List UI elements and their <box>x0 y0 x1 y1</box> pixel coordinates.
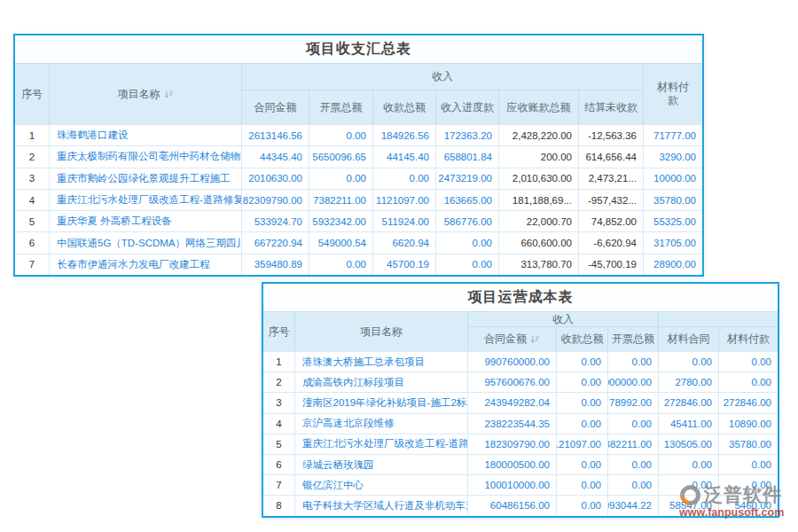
cell-material-contract[interactable]: 0.00 <box>658 455 718 474</box>
cell-settled-unpaid: 74,852.00 <box>578 211 643 231</box>
cell-receipt-total[interactable]: 0.00 <box>556 475 607 495</box>
cell-invoice-total[interactable]: 0.00 <box>607 455 658 474</box>
cell-material-contract[interactable]: 130505.00 <box>658 434 718 454</box>
cell-receipt-total[interactable]: 184926.56 <box>372 125 435 145</box>
project-name-link[interactable]: 成渝高铁内江标段项目 <box>294 372 467 392</box>
cell-receipt-total[interactable]: 0.00 <box>556 352 607 372</box>
project-name-link[interactable]: 港珠澳大桥施工总承包项目 <box>294 352 467 372</box>
project-name-link[interactable]: 潼南区2019年绿化补贴项目-施工2标段 <box>294 393 467 412</box>
cell-contract-amount[interactable]: 2613146.56 <box>241 125 309 145</box>
sort-icon[interactable] <box>164 90 174 99</box>
cell-contract-amount[interactable]: 238223544.35 <box>467 414 556 434</box>
cell-material-payment[interactable]: 35780.00 <box>643 190 702 210</box>
column-header-contract-amount[interactable]: 合同金额 <box>467 327 556 351</box>
cell-material-contract[interactable]: 272846.00 <box>658 393 718 412</box>
cell-index: 1 <box>263 352 294 372</box>
cell-contract-amount[interactable]: 100010000.00 <box>467 475 556 495</box>
cell-income-progress[interactable]: 586776.00 <box>435 211 498 231</box>
project-name-link[interactable]: 长春市伊通河水力发电厂改建工程 <box>49 254 241 275</box>
cell-receipt-total[interactable]: 511924.00 <box>372 211 435 231</box>
cell-invoice-total[interactable]: 2093044.22 <box>607 496 658 515</box>
cell-contract-amount[interactable]: 182309790.00 <box>241 190 309 210</box>
cell-material-contract[interactable]: 0.00 <box>658 352 718 372</box>
cell-receipt-total[interactable]: 1121097.00 <box>372 190 435 210</box>
cell-material-payment[interactable]: 0.00 <box>718 352 778 372</box>
cell-contract-amount[interactable]: 667220.94 <box>241 232 309 253</box>
cell-index: 3 <box>263 393 294 412</box>
cell-invoice-total[interactable]: 0.00 <box>607 414 658 434</box>
cell-income-progress[interactable]: 172363.20 <box>435 125 498 145</box>
cell-material-payment[interactable]: 5460.00 <box>718 496 778 515</box>
project-name-link[interactable]: 重庆华夏 外高桥工程设备 <box>49 211 241 231</box>
cell-invoice-total[interactable]: 0.00 <box>309 125 372 145</box>
column-header-income-progress: 收入进度款 <box>435 90 498 124</box>
cell-contract-amount[interactable]: 990760000.00 <box>467 352 556 372</box>
cell-material-payment[interactable]: 71777.00 <box>643 125 702 145</box>
cell-material-contract[interactable]: 45411.00 <box>658 414 718 434</box>
cell-material-payment[interactable]: 10000.00 <box>643 168 702 189</box>
project-name-link[interactable]: 珠海鹤港口建设 <box>49 125 241 145</box>
cell-invoice-total[interactable]: 7382211.00 <box>309 190 372 210</box>
cell-receipt-total[interactable]: 45700.19 <box>372 254 435 275</box>
project-name-link[interactable]: 银亿滨江中心 <box>294 475 467 495</box>
cell-material-payment[interactable]: 0.00 <box>718 455 778 474</box>
cell-material-payment[interactable]: 10890.00 <box>718 414 778 434</box>
cell-invoice-total[interactable]: 7382211.00 <box>607 434 658 454</box>
project-name-link[interactable]: 电子科技大学区域人行道及非机动车道工程 <box>294 496 467 515</box>
column-header-project-name[interactable]: 项目名称 <box>49 64 241 124</box>
cell-material-contract[interactable]: 58547.00 <box>658 496 718 515</box>
cell-material-contract[interactable]: 2780.00 <box>658 372 718 392</box>
cell-invoice-total[interactable]: 0.00 <box>607 475 658 495</box>
project-name-link[interactable]: 重庆太极制药有限公司亳州中药材仓储物流园 <box>49 146 241 167</box>
cell-contract-amount[interactable]: 60486156.00 <box>467 496 556 515</box>
cell-receipt-total[interactable]: 0.00 <box>556 372 607 392</box>
cell-material-payment[interactable]: 35780.00 <box>718 434 778 454</box>
cell-income-progress[interactable]: 163665.00 <box>435 190 498 210</box>
cell-contract-amount[interactable]: 2010630.00 <box>241 168 309 189</box>
cell-receipt-total[interactable]: 6620.94 <box>372 232 435 253</box>
cell-receipt-total[interactable]: 0.00 <box>556 393 607 412</box>
cell-receipt-total[interactable]: 0.00 <box>556 414 607 434</box>
cell-receipt-total[interactable]: 0.00 <box>556 496 607 515</box>
cell-invoice-total[interactable]: 78992.00 <box>607 393 658 412</box>
cell-invoice-total[interactable]: 5932342.00 <box>309 211 372 231</box>
cell-index: 5 <box>15 211 49 231</box>
cell-receipt-total[interactable]: 44145.40 <box>372 146 435 167</box>
cell-material-payment[interactable]: 272846.00 <box>718 393 778 412</box>
project-name-link[interactable]: 重庆市鹅岭公园绿化景观提升工程施工 <box>49 168 241 189</box>
cell-invoice-total[interactable]: 5650096.65 <box>309 146 372 167</box>
cell-material-contract[interactable]: 0.00 <box>658 475 718 495</box>
project-name-link[interactable]: 绿城云栖玫瑰园 <box>294 455 467 474</box>
project-name-link[interactable]: 中国联通5G（TD-SCDMA）网络三期四川工程 <box>49 232 241 253</box>
cell-income-progress[interactable]: 0.00 <box>435 232 498 253</box>
cell-invoice-total[interactable]: 0.00 <box>607 352 658 372</box>
project-name-link[interactable]: 重庆江北污水处理厂级改造工程-道路修复工程 <box>294 434 467 454</box>
column-group-header-income: 收入 <box>241 64 643 90</box>
cell-income-progress[interactable]: 2473219.00 <box>435 168 498 189</box>
cell-income-progress[interactable]: 658801.84 <box>435 146 498 167</box>
cell-material-payment[interactable]: 0.00 <box>718 372 778 392</box>
cell-contract-amount[interactable]: 359480.89 <box>241 254 309 275</box>
cell-invoice-total[interactable]: 0.00 <box>309 168 372 189</box>
cell-contract-amount[interactable]: 243949282.04 <box>467 393 556 412</box>
project-name-link[interactable]: 重庆江北污水处理厂级改造工程-道路修复工程 <box>49 190 241 210</box>
cell-contract-amount[interactable]: 533924.70 <box>241 211 309 231</box>
cell-material-payment[interactable]: 31705.00 <box>643 232 702 253</box>
cell-receipt-total[interactable]: 0.00 <box>556 455 607 474</box>
cell-contract-amount[interactable]: 957600676.00 <box>467 372 556 392</box>
sort-icon[interactable] <box>530 334 540 344</box>
cell-receipt-total[interactable]: 0.00 <box>372 168 435 189</box>
cell-material-payment[interactable]: 55325.00 <box>643 211 702 231</box>
cell-contract-amount[interactable]: 44345.40 <box>241 146 309 167</box>
cell-material-payment[interactable]: 28900.00 <box>643 254 702 275</box>
cell-material-payment[interactable]: 0.00 <box>718 475 778 495</box>
cell-material-payment[interactable]: 3290.00 <box>643 146 702 167</box>
project-name-link[interactable]: 京沪高速北京段维修 <box>294 414 467 434</box>
cell-contract-amount[interactable]: 182309790.00 <box>467 434 556 454</box>
cell-invoice-total[interactable]: 549000.54 <box>309 232 372 253</box>
cell-invoice-total[interactable]: 0.00 <box>309 254 372 275</box>
cell-income-progress[interactable]: 0.00 <box>435 254 498 275</box>
cell-contract-amount[interactable]: 180000500.00 <box>467 455 556 474</box>
cell-invoice-total[interactable]: 10000000.00 <box>607 372 658 392</box>
cell-receipt-total[interactable]: 1121097.00 <box>556 434 607 454</box>
